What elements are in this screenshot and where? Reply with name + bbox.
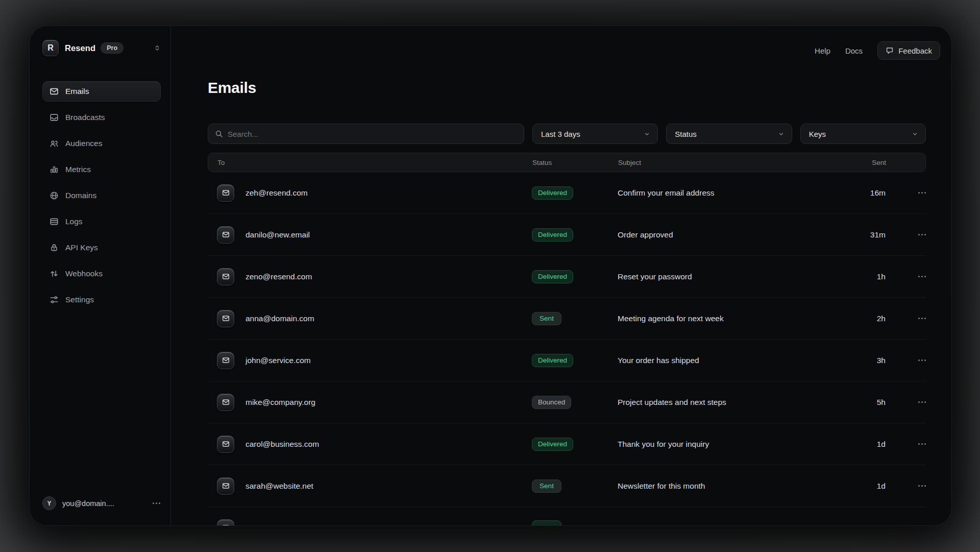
sidebar-item-audiences[interactable]: Audiences	[42, 133, 161, 154]
sent-time: 1h	[846, 272, 886, 281]
envelope-icon	[50, 87, 59, 96]
sent-time: 16m	[846, 188, 886, 198]
help-link[interactable]: Help	[815, 46, 830, 55]
recipient-email: danilo@new.email	[246, 230, 310, 239]
chat-bubble-icon	[886, 46, 894, 55]
status-badge: Delivered	[532, 438, 573, 451]
page-title: Emails	[208, 79, 926, 97]
row-menu-icon[interactable]	[918, 192, 926, 194]
mail-tile-icon	[217, 477, 234, 495]
chevron-down-icon	[778, 131, 785, 137]
row-menu-icon[interactable]	[918, 234, 926, 235]
sidebar-item-label: API Keys	[65, 243, 98, 252]
workspace-switcher[interactable]: R Resend Pro	[42, 39, 161, 57]
recipient-email: anna@domain.com	[246, 314, 314, 323]
sidebar-item-domains[interactable]: Domains	[42, 185, 161, 206]
arrows-up-down-icon	[50, 269, 59, 278]
date-range-value: Last 3 days	[541, 130, 580, 138]
ellipsis-icon[interactable]	[153, 502, 160, 504]
sidebar-item-webhooks[interactable]: Webhooks	[42, 263, 161, 284]
sidebar-item-label: Broadcasts	[65, 113, 105, 122]
column-header-to: To	[208, 159, 532, 166]
desktop-background: R Resend Pro Emails	[0, 0, 980, 552]
recipient-email: john@service.com	[246, 356, 311, 365]
date-range-dropdown[interactable]: Last 3 days	[532, 124, 658, 144]
email-subject: Thank you for your inquiry	[618, 440, 709, 448]
status-dropdown[interactable]: Status	[666, 124, 792, 144]
brand-name: Resend	[65, 43, 95, 53]
sidebar-item-emails[interactable]: Emails	[42, 81, 161, 102]
chevron-down-icon	[912, 131, 918, 137]
search-box	[208, 124, 524, 144]
table-row[interactable]: mike@company.org Bounced Project updates…	[208, 381, 926, 423]
row-menu-icon[interactable]	[918, 318, 926, 319]
keys-dropdown-value: Keys	[809, 130, 826, 138]
table-row[interactable]: zeno@resend.com Delivered Reset your pas…	[208, 256, 926, 298]
sidebar-item-metrics[interactable]: Metrics	[42, 159, 161, 180]
recipient-email: zeh@resend.com	[246, 188, 308, 198]
mail-tile-icon	[217, 519, 234, 526]
sidebar-nav: Emails Broadcasts Audiences	[42, 81, 161, 310]
status-badge: Sent	[532, 312, 561, 325]
feedback-button[interactable]: Feedback	[877, 41, 940, 60]
user-menu[interactable]: Y you@domain....	[42, 496, 160, 510]
mail-tile-icon	[217, 226, 234, 244]
chevron-down-icon	[644, 131, 650, 137]
row-menu-icon[interactable]	[918, 276, 926, 277]
globe-icon	[50, 191, 59, 200]
resend-logo: R	[42, 40, 59, 56]
list-icon	[50, 217, 59, 226]
status-badge: Delivered	[532, 270, 573, 283]
chevron-up-down-icon[interactable]	[154, 44, 161, 52]
table-row[interactable]: anna@domain.com Sent Meeting agenda for …	[208, 298, 926, 340]
mail-tile-icon	[217, 394, 234, 411]
docs-link[interactable]: Docs	[845, 46, 863, 55]
content: Emails Last 3 days	[208, 79, 926, 526]
sidebar-item-label: Domains	[65, 191, 96, 200]
users-icon	[50, 139, 59, 148]
row-menu-icon[interactable]	[918, 359, 926, 361]
keys-dropdown[interactable]: Keys	[800, 124, 926, 144]
mail-tile-icon	[217, 352, 234, 369]
sidebar-item-settings[interactable]: Settings	[42, 290, 161, 310]
recipient-email: zeno@resend.com	[246, 272, 312, 281]
avatar: Y	[42, 496, 56, 510]
emails-table: To Status Subject Sent zeh@resend.com De…	[208, 153, 926, 526]
status-badge: Delivered	[532, 228, 573, 242]
filters-row: Last 3 days Status Keys	[208, 124, 926, 144]
table-row[interactable]: zeh@resend.com Delivered Confirm your em…	[208, 172, 926, 214]
sidebar-item-api-keys[interactable]: API Keys	[42, 237, 161, 258]
table-row[interactable]: carol@business.com Delivered Thank you f…	[208, 423, 926, 465]
mail-tile-icon	[217, 436, 234, 453]
status-badge: Delivered	[532, 354, 573, 367]
table-row[interactable]: sarah@website.net Sent Newsletter for th…	[208, 465, 926, 507]
sent-time: 1d	[846, 482, 886, 491]
recipient-email: sarah@website.net	[246, 482, 313, 491]
table-body: zeh@resend.com Delivered Confirm your em…	[208, 172, 926, 526]
table-header: To Status Subject Sent	[208, 153, 926, 172]
status-badge	[532, 520, 561, 526]
mail-tile-icon	[217, 184, 234, 202]
sidebar-item-logs[interactable]: Logs	[42, 211, 161, 232]
sidebar-item-broadcasts[interactable]: Broadcasts	[42, 107, 161, 128]
email-subject: Order approved	[618, 230, 673, 239]
search-input[interactable]	[228, 130, 517, 138]
row-menu-icon[interactable]	[918, 485, 926, 487]
table-row[interactable]: danilo@new.email Delivered Order approve…	[208, 214, 926, 256]
resend-logo-glyph: R	[47, 43, 54, 53]
column-header-subject: Subject	[618, 159, 846, 166]
sidebar-item-label: Logs	[65, 217, 83, 226]
row-menu-icon[interactable]	[918, 401, 926, 403]
feedback-label: Feedback	[898, 46, 932, 55]
mail-tile-icon	[217, 310, 234, 327]
sidebar-item-label: Webhooks	[65, 269, 103, 278]
email-subject: Project updates and next steps	[618, 398, 726, 406]
sidebar-item-label: Settings	[65, 295, 94, 304]
status-badge: Bounced	[532, 396, 571, 409]
topbar: Help Docs Feedback	[171, 26, 951, 60]
table-row[interactable]: john@service.com Delivered Your order ha…	[208, 340, 926, 381]
table-row[interactable]	[208, 507, 926, 526]
sent-time: 3h	[846, 356, 886, 365]
row-menu-icon[interactable]	[918, 443, 926, 445]
mail-tile-icon	[217, 268, 234, 285]
